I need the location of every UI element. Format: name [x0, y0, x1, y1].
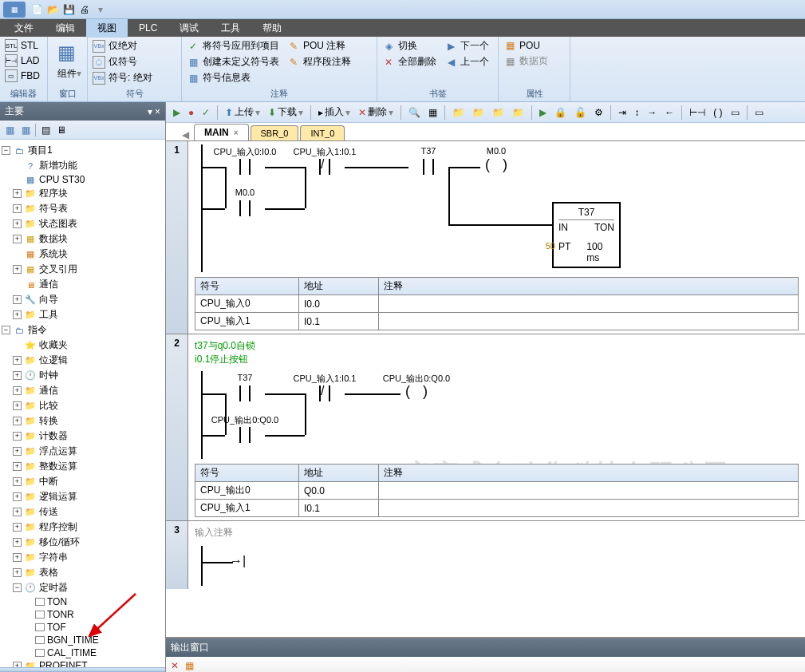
ribbon-stl-button[interactable]: STLSTL [3, 38, 41, 53]
tree-project-root[interactable]: −🗀项目1 [2, 143, 164, 158]
et-upload-button[interactable]: ⬆上传 ▾ [223, 104, 262, 121]
ribbon-sym-abs[interactable]: VBx符号: 绝对 [91, 70, 154, 85]
ribbon-lad-button[interactable]: ⊢⊣LAD [3, 53, 41, 68]
tree-item[interactable]: +🕐时钟 [2, 368, 164, 383]
net3-comment-placeholder[interactable]: 输入注释 [195, 524, 799, 546]
et-run-button[interactable]: ▶ [171, 105, 183, 120]
tree-item[interactable]: +📁浮点运算 [2, 444, 164, 459]
tree-item[interactable]: +📁字符串 [2, 550, 164, 565]
net1-contact-3[interactable]: T37 [408, 159, 448, 175]
qat-open-button[interactable]: 📂 [45, 2, 60, 17]
ribbon-bm-delall[interactable]: ✕全部删除 [381, 54, 438, 69]
et-download-button[interactable]: ⬇下载 ▾ [266, 104, 306, 121]
et-icon-12[interactable]: 🔒 [552, 105, 569, 120]
net1-timer-box[interactable]: T37 INTON 50 PT100 ms [552, 202, 621, 268]
tree-item[interactable]: +📁PROFINET [2, 659, 164, 667]
et-compile-button[interactable]: ✓ [199, 105, 212, 120]
table-row[interactable]: CPU_输出0Q0.0 [195, 482, 799, 500]
tree-timer-item[interactable]: TOF [2, 621, 164, 634]
tree-item[interactable]: +📁位逻辑 [2, 353, 164, 368]
et-icon-14[interactable]: ⚙ [592, 105, 606, 120]
qat-dropdown-icon[interactable]: ▾ [93, 2, 108, 17]
tree-item[interactable]: +📁表格 [2, 565, 164, 580]
sidebar-splitter[interactable] [0, 667, 165, 672]
ribbon-sym-only[interactable]: ◯仅符号 [91, 54, 154, 69]
qat-new-button[interactable]: 📄 [30, 2, 44, 17]
ribbon-abs-only[interactable]: VBx仅绝对 [91, 38, 154, 53]
ribbon-prop-pou[interactable]: ▦POU [502, 38, 550, 53]
project-tree[interactable]: −🗀项目1 ?新增功能▦CPU ST30+📁程序块+📁符号表+📁状态图表+▦数据… [0, 140, 165, 667]
tree-item[interactable]: +📁逻辑运算 [2, 489, 164, 504]
tree-item[interactable]: ?新增功能 [2, 158, 164, 173]
et-icon-15[interactable]: ⇥ [616, 105, 629, 120]
et-coil-icon[interactable]: ( ) [711, 105, 724, 120]
table-row[interactable]: CPU_输入1I0.1 [195, 500, 799, 517]
tree-timer-folder[interactable]: −🕐定时器 [2, 580, 164, 595]
tree-item[interactable]: +📁通信 [2, 383, 164, 398]
et-insert-button[interactable]: ▸插入 ▾ [316, 104, 353, 121]
et-delete-button[interactable]: ✕删除 ▾ [356, 104, 396, 121]
tree-item[interactable]: +📁比较 [2, 398, 164, 413]
et-icon-18[interactable]: ← [662, 105, 677, 120]
ribbon-fbd-button[interactable]: ▭FBD [3, 69, 41, 83]
tree-item[interactable]: +📁传送 [2, 504, 164, 520]
tree-timer-item[interactable]: TON [2, 595, 164, 608]
menu-edit[interactable]: 编辑 [45, 19, 86, 38]
tree-item[interactable]: ⭐收藏夹 [2, 338, 164, 353]
net1-contact-4[interactable]: M0.0 [225, 200, 265, 216]
tab-main[interactable]: MAIN× [194, 124, 249, 140]
ribbon-bm-next[interactable]: ▶下一个 [443, 38, 491, 53]
tree-item[interactable]: +📁转换 [2, 413, 164, 429]
et-icon-7[interactable]: 📁 [450, 105, 467, 120]
tab-int0[interactable]: INT_0 [300, 125, 345, 140]
ribbon-create-undef[interactable]: ▦创建未定义符号表 [185, 54, 281, 69]
tree-item[interactable]: +📁工具 [2, 307, 164, 322]
et-contact-icon[interactable]: ⊢⊣ [687, 105, 708, 120]
et-icon-9[interactable]: 📁 [490, 105, 507, 120]
et-icon-19[interactable]: ▭ [752, 105, 766, 120]
ribbon-prop-data[interactable]: ▦数据页 [502, 53, 550, 69]
tree-timer-item[interactable]: CAL_ITIME [2, 646, 164, 659]
panel-menu-icon[interactable]: ▾ × [148, 106, 160, 117]
ladder-canvas[interactable]: 安宏盛自动化科技有限公司 1 CPU_输入0:I0.0 CPU_输入1:I0.1… [166, 140, 805, 637]
tree-item[interactable]: +📁程序块 [2, 186, 164, 201]
ribbon-bm-prev[interactable]: ◀上一个 [443, 54, 491, 69]
tab-scroll-left-icon[interactable]: ◀ [182, 129, 189, 140]
tree-item[interactable]: +📁移位/循环 [2, 535, 164, 550]
net1-contact-1[interactable]: CPU_输入0:I0.0 [225, 159, 265, 175]
menu-plc[interactable]: PLC [128, 20, 168, 36]
tree-item[interactable]: +📁程序控制 [2, 520, 164, 535]
tb-icon-1[interactable]: ▦ [3, 124, 16, 136]
menu-debug[interactable]: 调试 [168, 19, 210, 38]
tree-item[interactable]: ▦CPU ST30 [2, 173, 164, 186]
et-icon-10[interactable]: 📁 [510, 105, 527, 120]
et-icon-16[interactable]: ↕ [632, 105, 641, 120]
tb-icon-4[interactable]: 🖥 [55, 124, 68, 136]
table-row[interactable]: CPU_输入1I0.1 [195, 313, 799, 330]
tree-timer-item[interactable]: TONR [2, 608, 164, 621]
net1-coil[interactable]: M0.0 [480, 159, 512, 175]
ribbon-pou-comment[interactable]: ✎POU 注释 [286, 38, 353, 53]
output-clear-icon[interactable]: ✕ [171, 660, 179, 671]
tree-item[interactable]: +🔧向导 [2, 292, 164, 307]
et-icon-11[interactable]: ▶ [537, 105, 549, 120]
ribbon-component-button[interactable]: ▦ 组件▾ [51, 38, 89, 84]
et-box-icon-button[interactable]: ▭ [728, 105, 742, 120]
tree-item[interactable]: 🖥通信 [2, 277, 164, 292]
tree-item[interactable]: +▦交叉引用 [2, 262, 164, 277]
et-icon-17[interactable]: → [645, 105, 659, 120]
ribbon-sym-info[interactable]: ▦符号信息表 [185, 70, 281, 85]
net2-contact-2[interactable]: CPU_输入1:I0.1/ [305, 385, 345, 401]
et-icon-8[interactable]: 📁 [470, 105, 487, 120]
menu-view[interactable]: 视图 [86, 19, 128, 38]
tree-item[interactable]: +📁整数运算 [2, 459, 164, 474]
net2-contact-3[interactable]: CPU_输出0:Q0.0 [225, 427, 265, 443]
tree-timer-item[interactable]: BGN_ITIME [2, 634, 164, 646]
qat-save-button[interactable]: 💾 [61, 2, 76, 17]
output-copy-icon[interactable]: ▦ [185, 660, 194, 671]
ribbon-apply-symbols[interactable]: ✓将符号应用到项目 [185, 38, 281, 53]
tree-item[interactable]: +📁计数器 [2, 429, 164, 444]
et-stop-button[interactable]: ● [186, 105, 196, 120]
table-row[interactable]: CPU_输入0I0.0 [195, 295, 799, 313]
net2-contact-1[interactable]: T37 [225, 385, 265, 401]
